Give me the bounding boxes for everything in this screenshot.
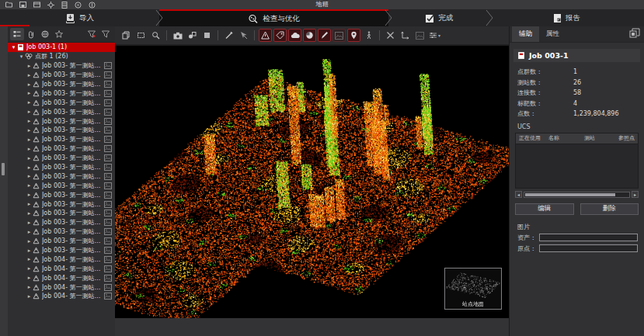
pointcloud-viewport[interactable]: 站点地图	[115, 45, 509, 318]
scroll-right-icon[interactable]: ▸	[632, 191, 639, 198]
image-thumbnail-icon[interactable]	[104, 154, 112, 161]
expander-icon[interactable]: ▸	[26, 182, 33, 189]
expander-icon[interactable]: ▸	[26, 81, 33, 88]
globe-icon[interactable]	[38, 28, 52, 40]
tree-item-station[interactable]: ▸ Job 003- 第一测站 017 (3)	[8, 209, 115, 218]
tree-item-station[interactable]: ▸ Job 003- 第一测站 002 (5)	[8, 71, 115, 80]
expander-icon[interactable]: ▸	[26, 220, 33, 226]
panel-grip-handle[interactable]	[2, 163, 5, 175]
shapes-icon[interactable]	[186, 29, 199, 42]
database-icon[interactable]	[61, 2, 68, 9]
tree-item-station[interactable]: ▸ Job 003- 第一测站 021 (9)	[8, 246, 115, 255]
tree-group-item[interactable]: ▾ 点群 1 (26)	[8, 52, 115, 61]
expander-icon[interactable]: ▸	[26, 229, 33, 235]
expander-icon[interactable]: ▸	[26, 99, 33, 106]
workflow-step-complete[interactable]: 完成	[388, 9, 489, 26]
open-folder-icon[interactable]	[5, 2, 12, 8]
scrollbar-thumb[interactable]	[525, 193, 615, 196]
expander-icon[interactable]: ▸	[26, 63, 33, 69]
scrollbar-track[interactable]	[524, 192, 630, 198]
expander-icon[interactable]: ▸	[26, 165, 33, 171]
scroll-left-icon[interactable]: ◂	[515, 191, 522, 198]
expander-icon[interactable]: ▸	[26, 118, 33, 124]
tab-properties[interactable]: 属性	[539, 26, 566, 42]
tree-item-station[interactable]: ▸ Job 003- 第一测站 013 (4)	[8, 171, 115, 181]
tree-item-station[interactable]: ▸ Job 004- 第一测站 003 (4)	[8, 273, 115, 282]
tree-item-station[interactable]: ▸ Job 003- 第一测站 018 (4)	[8, 218, 115, 227]
workflow-step-import[interactable]: 导入	[0, 9, 159, 26]
expander-icon[interactable]: ▸	[26, 146, 33, 152]
warning-triangle-icon[interactable]	[259, 29, 272, 42]
image-thumbnail-icon[interactable]	[104, 275, 112, 282]
expander-icon[interactable]: ▸	[26, 284, 33, 290]
tree-item-station[interactable]: ▸ Job 004- 第一测站 002 (6)	[8, 264, 115, 273]
image-thumbnail-icon[interactable]	[104, 164, 112, 171]
image-thumbnail-icon[interactable]	[104, 145, 112, 152]
expander-icon[interactable]: ▸	[26, 72, 33, 78]
workflow-step-report[interactable]: 报告	[489, 9, 644, 26]
zoom-window-icon[interactable]	[149, 29, 162, 42]
tree-item-station[interactable]: ▸ Job 004- 第一测站 001 (3)	[8, 255, 115, 264]
expander-icon[interactable]: ▸	[26, 210, 33, 216]
tree-item-station[interactable]: ▸ Job 003- 第一测站 019 (2)	[8, 227, 115, 237]
tab-auxiliary[interactable]: 辅助	[512, 26, 539, 42]
tree-item-station[interactable]: ▸ Job 003- 第一测站 016 (4)	[8, 199, 115, 209]
workflow-step-inspect[interactable]: 检查与优化	[159, 9, 388, 26]
expander-icon[interactable]: ▸	[26, 238, 33, 244]
expander-icon[interactable]: ▸	[26, 127, 33, 133]
export-card-icon[interactable]	[33, 2, 40, 8]
tree-item-station[interactable]: ▸ Job 003- 第一测站 003 (4)	[8, 80, 115, 89]
walk-person-icon[interactable]	[362, 29, 375, 42]
tree-item-station[interactable]: ▸ Job 003- 第一测站 008 (2)	[8, 126, 115, 135]
image-thumbnail-icon[interactable]	[104, 109, 112, 116]
image-thumbnail-icon[interactable]	[104, 136, 112, 143]
image-thumbnail-icon[interactable]	[104, 173, 112, 180]
tree-item-station[interactable]: ▸ Job 004- 第一测站 005 (6)	[8, 292, 115, 301]
image-thumbnail-icon[interactable]	[104, 210, 112, 216]
tree-item-station[interactable]: ▸ Job 003- 第一测站 007 (5)	[8, 116, 115, 126]
expander-icon[interactable]: ▸	[26, 137, 33, 143]
ucs-table[interactable]: 正在使用名称测站参照点	[515, 133, 639, 189]
expander-icon[interactable]: ▸	[26, 265, 33, 272]
help-circle-icon[interactable]	[75, 2, 82, 9]
ucs-horizontal-scrollbar[interactable]: ◂ ▸	[515, 191, 639, 199]
image-thumbnail-icon[interactable]	[104, 201, 112, 208]
tree-item-station[interactable]: ▸ Job 003- 第一测站 005 (7)	[8, 98, 115, 107]
image-thumbnail-icon[interactable]	[104, 237, 112, 244]
expander-icon[interactable]: ▸	[26, 109, 33, 115]
tree-item-station[interactable]: ▸ Job 003- 第一测站 009 (3)	[8, 135, 115, 144]
image-thumbnail-icon[interactable]	[104, 126, 112, 133]
map-pin-icon[interactable]	[347, 29, 360, 42]
image-thumbnail-icon[interactable]	[104, 99, 112, 106]
pick-point-icon[interactable]	[237, 29, 250, 42]
image-thumbnail-icon[interactable]	[104, 182, 112, 189]
tree-item-station[interactable]: ▸ Job 003- 第一测站 015 (4)	[8, 190, 115, 199]
cut-icon[interactable]	[384, 29, 397, 42]
tree-item-station[interactable]: ▸ Job 003- 第一测站 011 (2)	[8, 154, 115, 163]
tree-item-station[interactable]: ▸ Job 003- 第一测站 006 (4)	[8, 107, 115, 116]
edit-button[interactable]: 编辑	[515, 203, 574, 215]
tree-item-station[interactable]: ▸ Job 003- 第一测站 020 (5)	[8, 237, 115, 246]
expander-icon[interactable]: ▾	[10, 44, 17, 50]
tree-item-station[interactable]: ▸ Job 004- 第一测站 004 (7)	[8, 282, 115, 292]
minimap[interactable]: 站点地图	[444, 268, 502, 310]
settings-gear-icon[interactable]	[47, 2, 54, 9]
float-panel-icon[interactable]	[629, 28, 640, 38]
image-thumbnail-icon[interactable]	[104, 293, 112, 300]
paperclip-icon[interactable]	[24, 28, 38, 40]
image-thumbnail-icon[interactable]	[104, 71, 112, 78]
sphere-pie-icon[interactable]	[303, 29, 316, 42]
expander-icon[interactable]: ▸	[26, 192, 33, 198]
image-thumbnail-icon[interactable]	[104, 192, 112, 199]
tools-dropdown-icon[interactable]: ▾	[428, 29, 441, 42]
expander-icon[interactable]: ▸	[26, 173, 33, 179]
tag-icon[interactable]	[273, 29, 287, 42]
ucs-column-header[interactable]: 名称	[545, 134, 581, 142]
frame-select-icon[interactable]	[134, 29, 148, 42]
camera-icon[interactable]	[171, 29, 184, 42]
ucs-column-header[interactable]: 参照点	[615, 134, 638, 142]
measure-pen-icon[interactable]	[222, 29, 235, 42]
expander-icon[interactable]: ▸	[26, 248, 33, 254]
pages-icon[interactable]	[120, 29, 133, 42]
expander-icon[interactable]: ▸	[26, 155, 33, 161]
